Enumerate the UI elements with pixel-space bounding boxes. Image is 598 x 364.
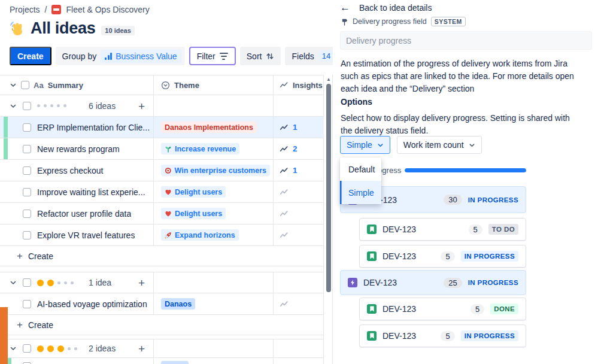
field-type-icon [341, 18, 348, 26]
column-header-theme[interactable]: Theme [174, 81, 199, 90]
breadcrumb-project-link[interactable]: Fleet & Ops Discovery [66, 5, 149, 14]
table-row[interactable]: Explore VR travel features Expand horizo… [0, 225, 323, 246]
insights-count[interactable]: 1 [293, 123, 298, 132]
count-mode-dropdown[interactable]: Work item count [397, 136, 482, 154]
group-chevron-icon[interactable] [10, 102, 17, 110]
issue-key: DEV-123 [383, 331, 435, 341]
waving-hand-icon [8, 20, 25, 37]
sort-button[interactable]: Sort [240, 47, 281, 65]
idea-title[interactable]: Refactor user profile data [37, 209, 131, 219]
issue-count-badge: 25 [444, 278, 462, 288]
theme-badge[interactable]: Delight users [161, 186, 226, 198]
preview-card-epic: DEV-123 25 IN PROGRESS [340, 270, 526, 295]
group-header[interactable]: 6 ideas + [0, 95, 323, 117]
scrollbar-up-arrow[interactable]: ▲ [324, 77, 333, 82]
menu-item-simple[interactable]: Simple [340, 181, 381, 204]
group-by-value-chip[interactable]: Bussiness Value [101, 50, 181, 63]
row-checkbox[interactable] [23, 210, 31, 218]
group-header[interactable]: 2 ideas + [0, 339, 323, 358]
idea-title[interactable]: Improve waiting list experie... [37, 187, 145, 197]
status-badge: IN PROGRESS [461, 330, 518, 341]
insights-count[interactable]: 2 [293, 144, 298, 153]
group-chevron-icon[interactable] [10, 345, 17, 352]
story-type-icon [367, 331, 377, 341]
theme-badge[interactable]: Delight users [161, 208, 226, 219]
table-header-row: Aa Summary Theme Insights [0, 75, 323, 95]
rating-dot [74, 347, 77, 350]
table-scrollbar[interactable]: ▲ [324, 75, 333, 364]
insights-trend-icon [280, 123, 289, 132]
column-header-insights[interactable]: Insights [293, 81, 323, 90]
heart-icon [165, 189, 172, 196]
rating-dot [37, 104, 40, 107]
idea-title[interactable]: New rewards program [37, 144, 120, 154]
menu-item-default[interactable]: Default [340, 157, 381, 181]
group-add-button[interactable]: + [138, 100, 145, 111]
filter-label: Filter [197, 51, 215, 61]
story-type-icon [367, 225, 377, 234]
filter-button[interactable]: Filter [189, 47, 236, 65]
fields-count-badge: 14 [318, 50, 334, 62]
table-row-partial[interactable] [0, 358, 323, 364]
row-checkbox[interactable] [23, 231, 31, 239]
rating-dot [57, 104, 60, 107]
group-add-button[interactable]: + [138, 343, 145, 354]
row-checkbox[interactable] [23, 123, 31, 132]
theme-badge[interactable]: Danaos [161, 298, 195, 310]
group-header[interactable]: 1 idea + [0, 272, 323, 293]
group-by-button[interactable]: Group by Bussiness Value [56, 47, 185, 65]
create-button[interactable]: Create [10, 47, 51, 65]
select-all-checkbox[interactable] [21, 81, 29, 89]
breadcrumb: Projects / Fleet & Ops Discovery [10, 5, 150, 14]
group-count-label: 6 ideas [89, 101, 116, 111]
table-row[interactable]: Improve waiting list experie... Delight … [0, 181, 323, 203]
idea-title[interactable]: AI-based voyage optimization [37, 299, 147, 309]
theme-badge[interactable] [161, 361, 189, 364]
column-header-summary[interactable]: Summary [48, 81, 83, 90]
field-name-input[interactable] [340, 31, 592, 50]
collapse-all-chevron-icon[interactable] [10, 81, 17, 89]
filter-icon [220, 53, 228, 60]
back-to-idea-details-link[interactable]: ← Back to idea details [340, 2, 432, 14]
idea-title[interactable]: Explore VR travel features [37, 230, 135, 240]
options-description: Select how to display delivery progress.… [341, 112, 577, 137]
group-checkbox[interactable] [23, 278, 31, 287]
rating-dot [57, 281, 60, 284]
row-checkbox[interactable] [23, 145, 31, 153]
group-checkbox[interactable] [23, 102, 31, 110]
create-idea-row[interactable]: + Create [0, 315, 323, 335]
breadcrumb-projects-link[interactable]: Projects [10, 5, 40, 14]
rating-dot [57, 345, 64, 352]
theme-badge[interactable]: Increase revenue [161, 143, 239, 154]
group-checkbox[interactable] [23, 344, 31, 353]
rating-dot [47, 345, 54, 352]
idea-title[interactable]: ERP Implementation for Clie... [37, 123, 150, 132]
page-header: All ideas 10 ideas [8, 19, 135, 38]
group-count-label: 2 ideas [89, 344, 116, 353]
theme-badge[interactable]: Expand horizons [161, 229, 239, 241]
table-row[interactable]: Express checkout Win enterprise customer… [0, 160, 323, 181]
status-badge: IN PROGRESS [461, 251, 518, 262]
text-field-type-icon: Aa [34, 81, 44, 90]
table-row[interactable]: Refactor user profile data Delight users [0, 203, 323, 225]
table-row[interactable]: AI-based voyage optimization Danaos [0, 293, 323, 315]
create-idea-row[interactable]: + Create [0, 246, 323, 266]
group-chevron-icon[interactable] [10, 279, 17, 286]
row-checkbox[interactable] [23, 300, 31, 308]
plus-icon: + [17, 320, 23, 330]
idea-title[interactable]: Express checkout [37, 166, 104, 175]
delivery-progress-bar-fill [405, 168, 526, 172]
row-checkbox[interactable] [23, 166, 31, 175]
insights-count[interactable]: 1 [293, 166, 298, 175]
group-add-button[interactable]: + [138, 277, 145, 289]
table-row[interactable]: New rewards program Increase revenue 2 [0, 138, 323, 160]
epic-type-icon [348, 278, 357, 287]
theme-badge[interactable]: Danaos Implementations [161, 122, 257, 133]
theme-badge[interactable]: Win enterprise customers [161, 165, 270, 176]
scrollbar-thumb[interactable] [326, 84, 331, 292]
recent-activity-indicator [4, 117, 8, 138]
row-checkbox[interactable] [23, 188, 31, 196]
create-row-label: Create [28, 251, 53, 261]
display-style-dropdown[interactable]: Simple [340, 136, 390, 154]
table-row[interactable]: ERP Implementation for Clie... Danaos Im… [0, 117, 323, 138]
